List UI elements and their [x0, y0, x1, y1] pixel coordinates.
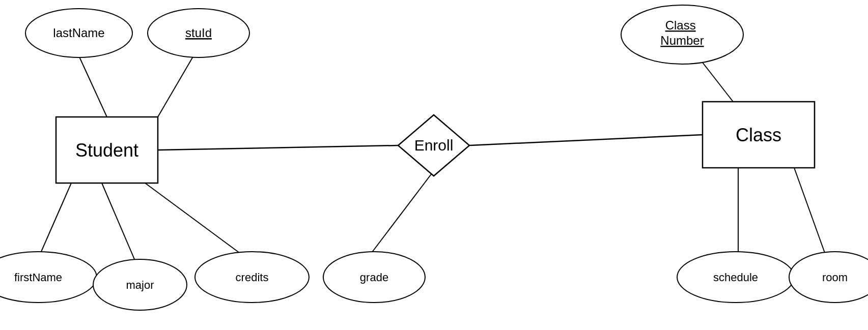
er-diagram: Student Class Enroll lastName stuId firs…: [0, 0, 868, 330]
line-class-classNumber: [703, 63, 733, 102]
entity-student-label: Student: [75, 140, 138, 161]
line-student-major: [102, 183, 135, 260]
line-student-enroll: [158, 145, 398, 150]
line-enroll-class: [469, 135, 703, 145]
attr-lastName-label: lastName: [53, 26, 104, 40]
line-enroll-grade: [372, 171, 434, 253]
entity-class-label: Class: [736, 125, 781, 145]
attr-stuId-label: stuId: [185, 26, 212, 40]
line-student-firstName: [41, 183, 71, 253]
relationship-enroll-label: Enroll: [414, 137, 454, 154]
attr-major-label: major: [126, 279, 154, 291]
attr-schedule-label: schedule: [713, 271, 758, 284]
attr-firstName-label: firstName: [14, 271, 62, 284]
line-student-stuId: [158, 56, 193, 117]
line-class-room: [794, 168, 825, 253]
line-student-credits: [145, 183, 239, 253]
attr-room-label: room: [822, 271, 848, 284]
attr-grade-label: grade: [360, 271, 388, 284]
line-student-lastName: [79, 56, 107, 117]
attr-credits-label: credits: [236, 271, 269, 284]
